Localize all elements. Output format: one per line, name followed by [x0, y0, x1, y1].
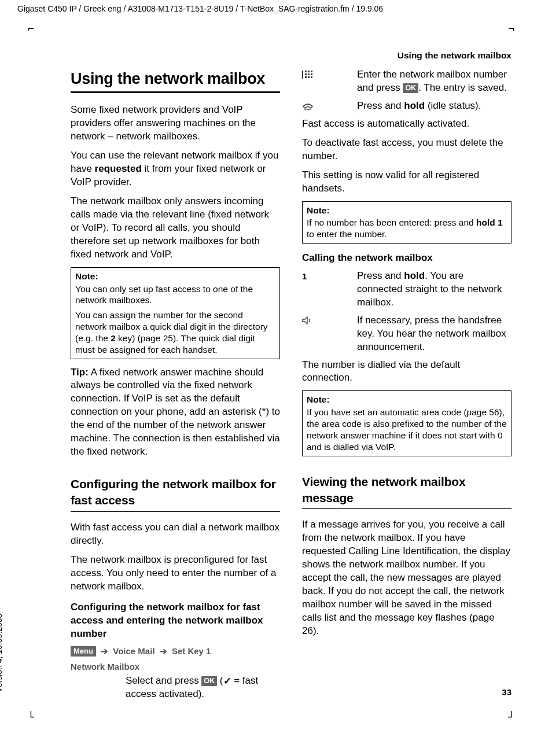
note-box: Note: You can only set up fast access to…	[71, 267, 280, 359]
body-text: Some fixed network providers and VoIP pr…	[71, 104, 280, 143]
note-text: If you have set an automatic area code (…	[307, 407, 507, 452]
tip-text: Tip: A fixed network answer machine shou…	[71, 366, 280, 459]
svg-rect-1	[305, 71, 307, 72]
sub-heading: Configuring the network mailbox for fast…	[71, 601, 280, 641]
body-text: To deactivate fast access, you must dele…	[302, 137, 511, 163]
sub-heading: Calling the network mailbox	[302, 252, 511, 265]
body-text: Fast access is automatically activated.	[302, 117, 511, 131]
procedure-step: 1 Press and hold. You are connected stra…	[302, 270, 511, 309]
note-title: Note:	[307, 394, 507, 405]
crop-mark: └	[28, 710, 34, 724]
note-title: Note:	[75, 271, 275, 282]
svg-rect-4	[305, 73, 307, 75]
crop-mark: ┘	[508, 710, 514, 724]
svg-rect-7	[305, 76, 307, 78]
procedure-step: Enter the network mailbox number and pre…	[302, 68, 511, 95]
page-content: Using the network mailbox Some fixed net…	[71, 68, 511, 707]
handsfree-key-icon	[302, 314, 357, 354]
body-text: The number is dialled via the default co…	[302, 359, 511, 385]
svg-rect-0	[302, 71, 303, 79]
step-text: Select and press OK (✓ = fast access act…	[126, 674, 280, 701]
note-text: You can only set up fast access to one o…	[75, 283, 275, 307]
procedure-step: Press and hold (idle status).	[302, 99, 511, 113]
column-left: Using the network mailbox Some fixed net…	[71, 68, 280, 707]
note-text: If no number has been entered: press and…	[307, 217, 507, 240]
note-box: Note: If no number has been entered: pre…	[302, 201, 511, 244]
page-title: Using the network mailbox	[71, 68, 280, 93]
body-text: The network mailbox is preconfigured for…	[71, 554, 280, 593]
svg-rect-3	[311, 71, 312, 72]
crop-mark: ¬	[508, 22, 514, 36]
section-heading: Viewing the network mailbox message	[302, 474, 511, 510]
arrow-icon: ➔	[160, 646, 167, 656]
svg-rect-9	[311, 76, 312, 78]
body-text: If a message arrives for you, you receiv…	[302, 518, 511, 637]
check-icon: ✓	[223, 675, 231, 688]
version-label: Version 4, 16.09.2005	[0, 614, 5, 692]
note-title: Note:	[307, 205, 507, 216]
key-1-icon: 1	[302, 270, 357, 309]
svg-rect-8	[308, 76, 310, 78]
doc-path-header: Gigaset C450 IP / Greek eng / A31008-M17…	[17, 3, 383, 14]
body-text: The network mailbox only answers incomin…	[71, 195, 280, 261]
menu-item: Set Key 1	[172, 646, 211, 656]
menu-entry-label: Network Mailbox	[71, 661, 280, 673]
running-header: Using the network mailbox	[398, 50, 511, 62]
ok-key-icon: OK	[201, 676, 217, 686]
column-right: Enter the network mailbox number and pre…	[302, 68, 511, 707]
ok-key-icon: OK	[403, 83, 418, 93]
svg-rect-2	[308, 71, 310, 72]
procedure-step: If necessary, press the handsfree key. Y…	[302, 314, 511, 354]
section-heading: Configuring the network mailbox for fast…	[71, 476, 280, 512]
hangup-key-icon	[302, 99, 357, 113]
body-text: You can use the relevant network mailbox…	[71, 149, 280, 189]
body-text: With fast access you can dial a network …	[71, 521, 280, 548]
crop-mark: ⌐	[28, 22, 34, 36]
keypad-enter-icon	[302, 68, 357, 95]
note-box: Note: If you have set an automatic area …	[302, 390, 511, 456]
menu-item: Voice Mail	[113, 646, 154, 656]
body-text: This setting is now valid for all regist…	[302, 169, 511, 196]
menu-key-icon: Menu	[71, 646, 96, 657]
svg-rect-6	[311, 73, 312, 75]
arrow-icon: ➔	[101, 646, 108, 656]
svg-rect-5	[308, 73, 310, 75]
note-text: You can assign the number for the second…	[75, 309, 275, 355]
menu-path: Menu ➔ Voice Mail ➔ Set Key 1	[71, 646, 280, 657]
